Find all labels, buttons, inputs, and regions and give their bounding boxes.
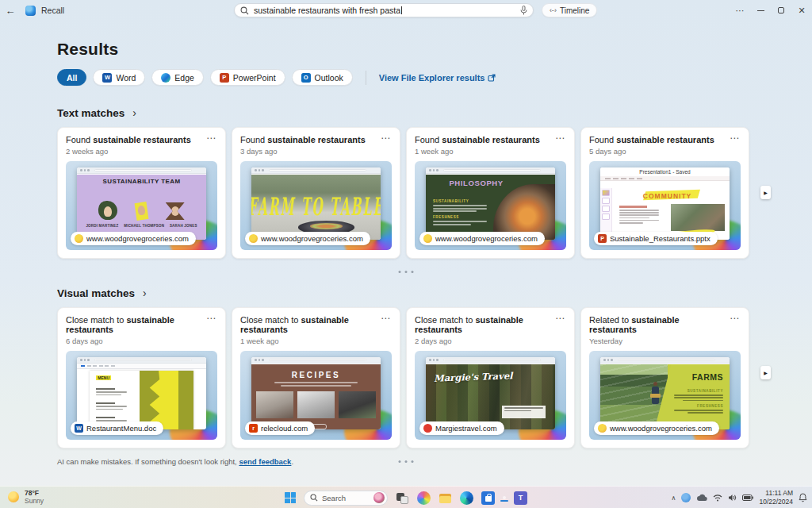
text-matches-pagination [57, 267, 755, 280]
section-title: Visual matches [57, 287, 135, 299]
microphone-icon[interactable] [520, 6, 527, 15]
card-menu-button[interactable]: ⋯ [205, 135, 217, 141]
favicon-icon [249, 234, 258, 243]
file-explorer-link[interactable]: View File Explorer results [379, 73, 496, 83]
body-text: SUSTAINABILITY FRESHNESS [433, 196, 487, 226]
filter-all[interactable]: All [57, 69, 86, 86]
recall-button-active[interactable] [503, 496, 506, 499]
next-results-button[interactable]: ▶ [760, 186, 771, 199]
browser-window: RECIPES [251, 357, 381, 429]
arrow-right-icon: ▶ [764, 190, 768, 195]
powerpoint-file-icon: P [598, 234, 607, 243]
card-menu-button[interactable]: ⋯ [379, 315, 392, 321]
next-results-button[interactable]: ▶ [760, 366, 771, 379]
search-icon [240, 6, 249, 15]
page-title: Results [57, 40, 755, 59]
ribbon [600, 176, 730, 181]
result-card-text-2[interactable]: Found sustainable restaurants ⋯ 3 days a… [232, 127, 400, 259]
card-menu-button[interactable]: ⋯ [205, 315, 217, 321]
battery-icon[interactable] [742, 495, 753, 501]
pagination-dots[interactable] [399, 460, 414, 463]
result-card-visual-3[interactable]: Close match to sustainable restaurants ⋯… [406, 307, 575, 448]
filter-chips: All WWord Edge PPowerPoint OOutlook View… [57, 69, 755, 86]
card-title: Found sustainable restaurants [66, 135, 191, 144]
filter-edge[interactable]: Edge [151, 69, 204, 86]
close-button[interactable]: ✕ [791, 0, 812, 21]
tray-overflow-button[interactable]: ∧ [672, 495, 676, 502]
taskbar-search[interactable]: Search [304, 491, 388, 506]
thumbnail-preview[interactable]: PHILOSOPHY SUSTAINABILITY FRESHNESS www.… [415, 161, 566, 250]
page-heading: FARMS [692, 372, 723, 382]
food-photos [251, 391, 381, 418]
card-menu-button[interactable]: ⋯ [553, 315, 566, 321]
notification-bell-icon[interactable] [799, 493, 807, 502]
copilot-button[interactable] [417, 491, 431, 505]
result-card-visual-4[interactable]: Related to sustainable restaurants ⋯ Yes… [580, 307, 749, 448]
send-feedback-link[interactable]: send feedback [239, 457, 291, 466]
search-input[interactable]: sustainable restaurants with fresh pasta [234, 3, 534, 17]
filter-powerpoint[interactable]: PPowerPoint [210, 69, 285, 86]
favicon-icon [423, 234, 432, 243]
card-menu-button[interactable]: ⋯ [728, 135, 741, 141]
file-explorer-button[interactable] [439, 491, 452, 505]
thumbnail-preview[interactable]: FARMS SUSTAINABILITY FRESHNESS www.woodg… [589, 351, 741, 440]
browser-window: MENU [77, 357, 206, 429]
maximize-button[interactable] [771, 0, 791, 21]
sun-icon [8, 491, 19, 502]
filter-outlook[interactable]: OOutlook [292, 69, 353, 86]
result-card-text-4[interactable]: Found sustainable restaurants ⋯ 5 days a… [580, 127, 749, 259]
more-options-button[interactable]: ⋯ [730, 0, 750, 21]
wifi-icon[interactable] [713, 494, 722, 502]
back-button[interactable]: ← [0, 5, 21, 17]
date: 10/22/2024 [759, 498, 793, 506]
app-title: Recall [41, 6, 64, 15]
clock[interactable]: 11:11 AM 10/22/2024 [759, 489, 793, 506]
card-title: Found sustainable restaurants [589, 135, 714, 144]
source-caption: www.woodgrovegroceries.com [419, 232, 545, 245]
slide-title: FARM TO TABLE [251, 167, 381, 240]
card-menu-button[interactable]: ⋯ [379, 135, 392, 141]
result-card-visual-1[interactable]: Close match to sustainable restaurants ⋯… [57, 307, 226, 448]
browser-window: FARMS SUSTAINABILITY FRESHNESS [600, 357, 730, 429]
result-card-visual-2[interactable]: Close match to sustainable restaurants ⋯… [232, 307, 400, 448]
recall-app-window: ← Recall sustainable restaurants with fr… [0, 0, 812, 508]
timeline-icon: ‹··› [550, 6, 556, 14]
search-query-text: sustainable restaurants with fresh pasta [254, 6, 520, 15]
timeline-button[interactable]: ‹··› Timeline [542, 3, 597, 17]
source-caption: Margiestravel.com [419, 421, 504, 435]
card-menu-button[interactable]: ⋯ [553, 135, 566, 141]
pagination-dots[interactable] [399, 271, 414, 273]
volume-icon[interactable] [728, 494, 737, 502]
edge-button[interactable] [460, 491, 473, 505]
card-menu-button[interactable]: ⋯ [728, 315, 741, 321]
text-matches-row: Found sustainable restaurants ⋯ 2 weeks … [57, 127, 755, 259]
onedrive-icon[interactable] [696, 494, 707, 502]
microsoft-store-button[interactable] [481, 491, 495, 505]
result-card-text-1[interactable]: Found sustainable restaurants ⋯ 2 weeks … [57, 127, 226, 259]
text-matches-header[interactable]: Text matches › [57, 106, 755, 119]
edge-icon [161, 73, 170, 83]
thumbnail-preview[interactable]: Margie's Travel Margiestravel.com [415, 351, 566, 440]
divider [366, 71, 366, 85]
thumbnail-preview[interactable]: Presentation1 - Saved COMMUNITY [589, 161, 741, 250]
minimize-button[interactable] [750, 0, 771, 21]
thumbnail-preview[interactable]: SUSTAINABILITY TEAM JORDI MARTINEZ MICHA… [66, 161, 217, 250]
page-heading: RECIPES [251, 371, 381, 379]
weather-widget[interactable]: 78°F Sunny [8, 489, 44, 505]
ai-disclaimer: AI can make mistakes. If something doesn… [57, 457, 293, 466]
start-button[interactable] [285, 492, 296, 503]
thumbnail-preview[interactable]: MENU WRestaurantMenu.doc [66, 351, 217, 440]
slide-title: COMMUNITY [612, 192, 722, 200]
source-caption: rrelecloud.com [245, 421, 315, 435]
thumbnail-preview[interactable]: RECIPES rrelecloud.com [240, 351, 392, 440]
task-view-button[interactable] [396, 491, 409, 505]
security-tray-icon[interactable] [681, 493, 691, 502]
visual-matches-pagination: AI can make mistakes. If something doesn… [57, 457, 755, 470]
card-timestamp: 6 days ago [66, 337, 217, 345]
favicon-icon: r [249, 424, 258, 433]
teams-button[interactable]: T [514, 491, 527, 505]
thumbnail-preview[interactable]: FARM TO TABLE www.woodgrovegroceries.com [240, 161, 392, 250]
result-card-text-3[interactable]: Found sustainable restaurants ⋯ 1 week a… [406, 127, 575, 259]
filter-word[interactable]: WWord [93, 69, 145, 86]
visual-matches-header[interactable]: Visual matches › [57, 287, 755, 299]
